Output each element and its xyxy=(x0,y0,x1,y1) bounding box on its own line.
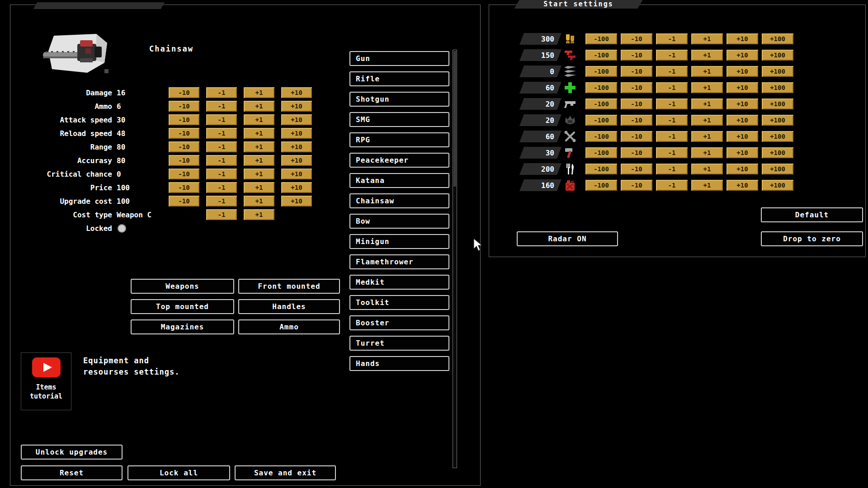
weapon-list-scrollbar[interactable] xyxy=(453,50,457,468)
plus-10-button[interactable]: +10 xyxy=(281,128,312,139)
minus-10-button[interactable]: -10 xyxy=(169,87,199,98)
minus-1-button[interactable]: -1 xyxy=(206,182,237,193)
plus-1-button[interactable]: +1 xyxy=(244,114,274,125)
minus-10-button[interactable]: -10 xyxy=(621,131,652,142)
weapon-list-item[interactable]: SMG xyxy=(349,112,449,127)
plus-10-button[interactable]: +10 xyxy=(281,155,312,166)
minus-1-button[interactable]: -1 xyxy=(656,147,688,158)
minus-100-button[interactable]: -100 xyxy=(585,99,617,109)
minus-10-button[interactable]: -10 xyxy=(169,182,199,193)
locked-checkbox[interactable] xyxy=(118,224,126,233)
minus-10-button[interactable]: -10 xyxy=(169,101,199,112)
minus-1-button[interactable]: -1 xyxy=(656,115,688,126)
category-weapons-button[interactable]: Weapons xyxy=(131,279,234,294)
weapon-list-item[interactable]: Flamethrower xyxy=(349,254,449,269)
youtube-play-icon[interactable] xyxy=(32,357,61,379)
drop-to-zero-button[interactable]: Drop to zero xyxy=(761,231,863,246)
plus-10-button[interactable]: +10 xyxy=(281,114,312,125)
weapon-list-item[interactable]: Shotgun xyxy=(349,92,449,107)
plus-1-button[interactable]: +1 xyxy=(691,99,723,109)
plus-100-button[interactable]: +100 xyxy=(762,66,793,77)
plus-1-button[interactable]: +1 xyxy=(691,82,723,93)
minus-10-button[interactable]: -10 xyxy=(169,169,199,179)
weapon-list-item[interactable]: Chainsaw xyxy=(349,193,449,208)
plus-10-button[interactable]: +10 xyxy=(726,33,758,44)
minus-100-button[interactable]: -100 xyxy=(585,180,617,191)
category-magazines-button[interactable]: Magazines xyxy=(131,319,234,334)
unlock-upgrades-button[interactable]: Unlock upgrades xyxy=(21,445,123,460)
plus-10-button[interactable]: +10 xyxy=(726,131,758,142)
save-and-exit-button[interactable]: Save and exit xyxy=(235,465,336,480)
minus-1-button[interactable]: -1 xyxy=(656,50,688,61)
reset-button[interactable]: Reset xyxy=(21,465,123,480)
weapon-list-item[interactable]: Katana xyxy=(349,173,449,188)
minus-10-button[interactable]: -10 xyxy=(621,147,652,158)
plus-1-button[interactable]: +1 xyxy=(244,141,274,152)
minus-10-button[interactable]: -10 xyxy=(169,141,199,152)
plus-100-button[interactable]: +100 xyxy=(762,147,793,158)
plus-100-button[interactable]: +100 xyxy=(762,164,793,174)
weapon-list-item[interactable]: Bow xyxy=(349,214,449,229)
minus-10-button[interactable]: -10 xyxy=(621,180,652,191)
plus-1-button[interactable]: +1 xyxy=(691,164,723,174)
minus-100-button[interactable]: -100 xyxy=(585,66,617,77)
radar-toggle-button[interactable]: Radar ON xyxy=(517,231,618,246)
plus-1-button[interactable]: +1 xyxy=(691,115,723,126)
weapon-list-item[interactable]: Toolkit xyxy=(349,295,449,310)
plus-10-button[interactable]: +10 xyxy=(726,115,758,126)
minus-1-button[interactable]: -1 xyxy=(206,141,237,152)
category-top-mounted-button[interactable]: Top mounted xyxy=(131,299,234,314)
plus-1-button[interactable]: +1 xyxy=(244,209,274,220)
minus-10-button[interactable]: -10 xyxy=(169,114,199,125)
plus-1-button[interactable]: +1 xyxy=(691,147,723,158)
plus-10-button[interactable]: +10 xyxy=(281,182,312,193)
category-front-mounted-button[interactable]: Front mounted xyxy=(238,279,340,294)
plus-10-button[interactable]: +10 xyxy=(726,147,758,158)
minus-100-button[interactable]: -100 xyxy=(585,147,617,158)
weapon-list-item[interactable]: Rifle xyxy=(349,71,449,86)
minus-100-button[interactable]: -100 xyxy=(585,82,617,93)
plus-1-button[interactable]: +1 xyxy=(244,169,274,179)
weapon-list-item[interactable]: Turret xyxy=(349,336,449,351)
plus-10-button[interactable]: +10 xyxy=(281,169,312,179)
minus-10-button[interactable]: -10 xyxy=(169,128,199,139)
plus-1-button[interactable]: +1 xyxy=(244,155,274,166)
minus-1-button[interactable]: -1 xyxy=(656,33,688,44)
plus-10-button[interactable]: +10 xyxy=(281,141,312,152)
items-tutorial-block[interactable]: Items tutorial xyxy=(21,352,71,410)
minus-10-button[interactable]: -10 xyxy=(621,33,652,44)
plus-10-button[interactable]: +10 xyxy=(726,66,758,77)
plus-10-button[interactable]: +10 xyxy=(726,164,758,174)
minus-1-button[interactable]: -1 xyxy=(206,128,237,139)
weapon-list-item[interactable]: Minigun xyxy=(349,234,449,249)
weapon-list-item[interactable]: Medkit xyxy=(349,275,449,290)
plus-10-button[interactable]: +10 xyxy=(726,82,758,93)
plus-10-button[interactable]: +10 xyxy=(281,196,312,206)
plus-1-button[interactable]: +1 xyxy=(244,128,274,139)
minus-1-button[interactable]: -1 xyxy=(656,99,688,109)
plus-10-button[interactable]: +10 xyxy=(726,50,758,61)
minus-10-button[interactable]: -10 xyxy=(621,66,652,77)
minus-10-button[interactable]: -10 xyxy=(621,82,652,93)
minus-1-button[interactable]: -1 xyxy=(656,180,688,191)
minus-1-button[interactable]: -1 xyxy=(206,101,237,112)
minus-100-button[interactable]: -100 xyxy=(585,50,617,61)
plus-1-button[interactable]: +1 xyxy=(691,131,723,142)
minus-1-button[interactable]: -1 xyxy=(206,87,237,98)
plus-100-button[interactable]: +100 xyxy=(762,50,793,61)
plus-1-button[interactable]: +1 xyxy=(244,101,274,112)
minus-100-button[interactable]: -100 xyxy=(585,33,617,44)
plus-1-button[interactable]: +1 xyxy=(244,182,274,193)
category-handles-button[interactable]: Handles xyxy=(238,299,340,314)
minus-1-button[interactable]: -1 xyxy=(206,155,237,166)
category-ammo-button[interactable]: Ammo xyxy=(238,319,340,334)
lock-all-button[interactable]: Lock all xyxy=(127,465,230,480)
plus-100-button[interactable]: +100 xyxy=(762,115,793,126)
minus-1-button[interactable]: -1 xyxy=(206,196,237,206)
minus-10-button[interactable]: -10 xyxy=(169,196,199,206)
weapon-list-item[interactable]: RPG xyxy=(349,132,449,147)
default-button[interactable]: Default xyxy=(761,207,863,222)
plus-1-button[interactable]: +1 xyxy=(691,180,723,191)
plus-100-button[interactable]: +100 xyxy=(762,82,793,93)
minus-10-button[interactable]: -10 xyxy=(621,50,652,61)
